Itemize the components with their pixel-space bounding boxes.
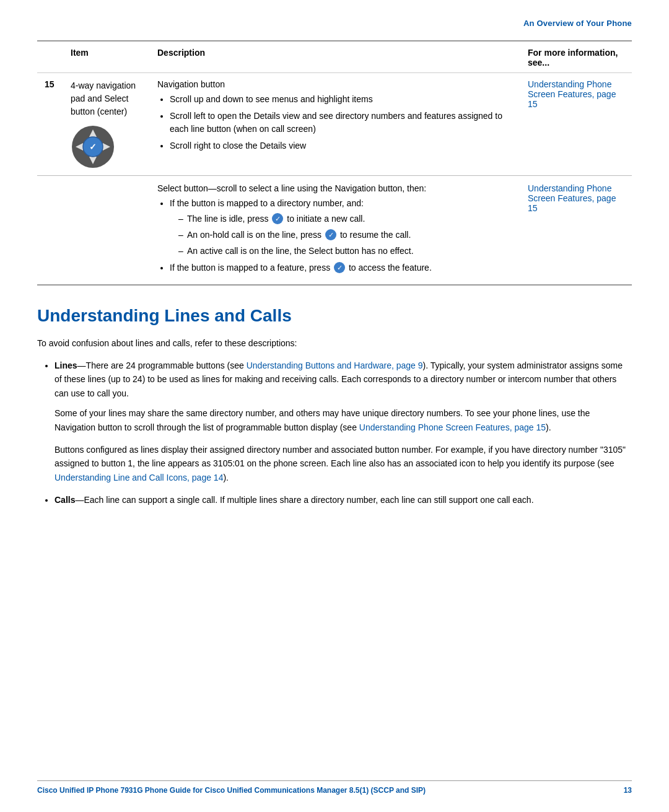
row-more-info-select: Understanding Phone Screen Features, pag… bbox=[520, 176, 632, 286]
page-footer: Cisco Unified IP Phone 7931G Phone Guide… bbox=[37, 780, 632, 795]
lines-bullet: Lines—There are 24 programmable buttons … bbox=[55, 359, 632, 484]
section-heading: Understanding Lines and Calls bbox=[37, 305, 632, 326]
list-item: If the button is mapped to a feature, pr… bbox=[170, 261, 513, 274]
select-desc-list: If the button is mapped to a directory n… bbox=[170, 197, 513, 274]
table-row-select: Select button—scroll to select a line us… bbox=[37, 176, 632, 286]
lines-sub-para1: Some of your lines may share the same di… bbox=[55, 406, 632, 434]
list-item: Scroll left to open the Details view and… bbox=[170, 110, 513, 136]
line-call-icons-link[interactable]: Understanding Line and Call Icons, page … bbox=[55, 473, 223, 482]
more-info-link[interactable]: Understanding Phone Screen Features, pag… bbox=[528, 79, 616, 109]
calls-bullet: Calls—Each line can support a single cal… bbox=[55, 493, 632, 507]
col-header-num bbox=[37, 41, 63, 73]
list-item: Scroll up and down to see menus and high… bbox=[170, 93, 513, 106]
lines-sub-para2: Buttons configured as lines display thei… bbox=[55, 443, 632, 484]
calls-label: Calls—Each line can support a single cal… bbox=[55, 495, 534, 505]
select-icon bbox=[272, 213, 283, 224]
section-bullets: Lines—There are 24 programmable buttons … bbox=[55, 359, 632, 507]
buttons-hardware-link[interactable]: Understanding Buttons and Hardware, page… bbox=[247, 360, 423, 370]
row-item: 4-way navigation pad and Select button (… bbox=[63, 73, 150, 176]
lines-label: Lines—There are 24 programmable buttons … bbox=[55, 360, 623, 398]
section-intro: To avoid confusion about lines and calls… bbox=[37, 336, 632, 350]
footer-page-number: 13 bbox=[624, 786, 632, 795]
list-item: If the button is mapped to a directory n… bbox=[170, 197, 513, 258]
desc-title: Navigation button bbox=[157, 79, 513, 89]
list-item: The line is idle, press to initiate a ne… bbox=[178, 212, 513, 225]
col-header-item: Item bbox=[63, 41, 150, 73]
content-table: Item Description For more information, s… bbox=[37, 40, 632, 286]
table-row: 15 4-way navigation pad and Select butto… bbox=[37, 73, 632, 176]
nav-pad-image: ✓ bbox=[71, 124, 115, 169]
phone-screen-features-link[interactable]: Understanding Phone Screen Features, pag… bbox=[359, 422, 546, 432]
row-more-info: Understanding Phone Screen Features, pag… bbox=[520, 73, 632, 176]
more-info-link-2[interactable]: Understanding Phone Screen Features, pag… bbox=[528, 183, 616, 213]
sub-list: The line is idle, press to initiate a ne… bbox=[178, 212, 513, 258]
row-number-empty bbox=[37, 176, 63, 286]
item-label: 4-way navigation pad and Select button (… bbox=[71, 79, 142, 118]
row-description-select: Select button—scroll to select a line us… bbox=[150, 176, 520, 286]
page-header: An Overview of Your Phone bbox=[37, 19, 632, 28]
nav-desc-list: Scroll up and down to see menus and high… bbox=[170, 93, 513, 152]
select-icon bbox=[334, 262, 345, 273]
svg-text:✓: ✓ bbox=[89, 142, 97, 152]
list-item: Scroll right to close the Details view bbox=[170, 139, 513, 152]
list-item: An active call is on the line, the Selec… bbox=[178, 245, 513, 258]
col-header-more: For more information, see... bbox=[520, 41, 632, 73]
list-item: An on-hold call is on the line, press to… bbox=[178, 229, 513, 242]
header-title: An Overview of Your Phone bbox=[523, 19, 632, 28]
row-item-empty bbox=[63, 176, 150, 286]
col-header-desc: Description bbox=[150, 41, 520, 73]
footer-left-text: Cisco Unified IP Phone 7931G Phone Guide… bbox=[37, 786, 426, 795]
select-icon bbox=[325, 229, 336, 240]
row-number: 15 bbox=[37, 73, 63, 176]
row-description: Navigation button Scroll up and down to … bbox=[150, 73, 520, 176]
select-title: Select button—scroll to select a line us… bbox=[157, 183, 513, 193]
